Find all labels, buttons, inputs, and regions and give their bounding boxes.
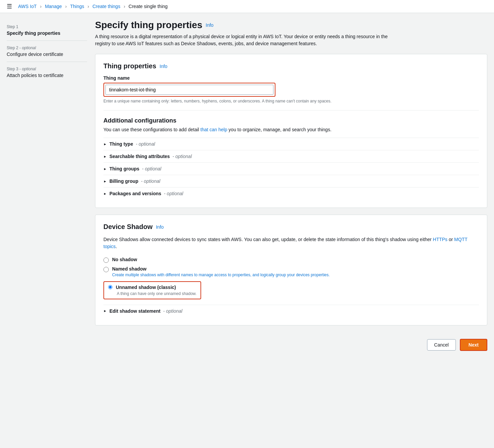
- radio-named-shadow-sub: Create multiple shadows with different n…: [112, 272, 330, 278]
- hamburger-menu[interactable]: ☰: [7, 3, 12, 10]
- sidebar-step-2: Step 2 - optional Configure device certi…: [7, 41, 87, 62]
- radio-unnamed-shadow-label[interactable]: Unnamed shadow (classic): [116, 285, 176, 290]
- step-3-label: Step 3 - optional: [7, 67, 87, 71]
- unnamed-shadow-row: Unnamed shadow (classic): [108, 285, 196, 290]
- breadcrumb-sep-4: ›: [124, 4, 125, 9]
- expand-packages-versions[interactable]: ► Packages and versions - optional: [103, 187, 479, 200]
- thing-properties-info-link[interactable]: Info: [160, 64, 167, 69]
- radio-unnamed-shadow-input[interactable]: [108, 285, 112, 289]
- expand-billing-group-arrow: ►: [103, 179, 107, 183]
- expand-searchable-attrs-optional: - optional: [172, 154, 192, 159]
- page-description: A thing resource is a digital representa…: [95, 33, 396, 47]
- sidebar-step-1: Step 1 Specify thing properties: [7, 20, 87, 41]
- radio-unnamed-shadow-container: Unnamed shadow (classic) A thing can hav…: [103, 281, 479, 299]
- page-title: Specify thing properties: [95, 20, 202, 30]
- expand-thing-type[interactable]: ► Thing type - optional: [103, 138, 479, 150]
- expand-billing-group-optional: - optional: [141, 178, 160, 184]
- sidebar-step-3: Step 3 - optional Attach policies to cer…: [7, 62, 87, 83]
- step-3-title: Attach policies to certificate: [7, 73, 87, 78]
- device-shadow-card-title: Device Shadow: [103, 223, 153, 231]
- sidebar: Step 1 Specify thing properties Step 2 -…: [7, 20, 87, 358]
- device-shadow-info-link[interactable]: Info: [156, 224, 164, 230]
- expand-thing-type-optional: - optional: [136, 141, 155, 147]
- radio-named-shadow: Named shadow Create multiple shadows wit…: [103, 266, 479, 278]
- expand-billing-group-label: Billing group: [109, 178, 138, 184]
- expand-thing-groups-arrow: ►: [103, 167, 107, 171]
- shadow-radio-group: No shadow Named shadow Create multiple s…: [103, 257, 479, 299]
- device-shadow-card: Device Shadow Info Device Shadows allow …: [95, 215, 487, 325]
- expand-edit-shadow-optional: - optional: [163, 308, 182, 314]
- radio-no-shadow: No shadow: [103, 257, 479, 263]
- thing-properties-card-title: Thing properties: [103, 62, 156, 70]
- radio-named-shadow-label[interactable]: Named shadow: [112, 266, 147, 272]
- device-shadow-description: Device Shadows allow connected devices t…: [103, 236, 479, 250]
- expand-searchable-attrs-label: Searchable thing attributes: [109, 154, 170, 159]
- breadcrumb-current: Create single thing: [129, 4, 168, 9]
- thing-name-input-wrapper: [105, 85, 273, 95]
- thing-properties-title-row: Thing properties Info: [103, 62, 479, 70]
- device-shadow-title-row: Device Shadow Info: [103, 223, 479, 231]
- https-link[interactable]: HTTPs: [433, 237, 447, 242]
- expand-billing-group[interactable]: ► Billing group - optional: [103, 175, 479, 187]
- top-navigation: ☰ AWS IoT › Manage › Things › Create thi…: [0, 0, 494, 13]
- radio-named-shadow-input[interactable]: [103, 267, 109, 272]
- radio-no-shadow-input[interactable]: [103, 257, 109, 263]
- unnamed-shadow-sub: A thing can have only one unnamed shadow…: [108, 291, 196, 296]
- main-content: Specify thing properties Info A thing re…: [95, 20, 487, 358]
- expand-thing-type-arrow: ►: [103, 142, 107, 146]
- breadcrumb-sep-3: ›: [87, 4, 89, 9]
- expand-edit-shadow[interactable]: ► Edit shadow statement - optional: [103, 305, 479, 317]
- step-1-title: Specify thing properties: [7, 30, 87, 36]
- thing-name-hint: Enter a unique name containing only: let…: [103, 99, 479, 103]
- unnamed-shadow-box: Unnamed shadow (classic) A thing can hav…: [103, 281, 201, 299]
- breadcrumb-manage[interactable]: Manage: [45, 4, 62, 9]
- expand-thing-groups-label: Thing groups: [109, 166, 139, 171]
- expand-thing-groups-optional: - optional: [142, 166, 161, 171]
- page-title-row: Specify thing properties Info: [95, 20, 487, 30]
- page-info-link[interactable]: Info: [206, 22, 214, 28]
- additional-configs-desc: You can use these configurations to add …: [103, 127, 479, 132]
- additional-configs-link[interactable]: that can help: [200, 127, 227, 132]
- expand-edit-shadow-arrow: ►: [103, 309, 107, 313]
- step-2-label: Step 2 - optional: [7, 46, 87, 50]
- step-1-label: Step 1: [7, 24, 87, 29]
- expand-searchable-attrs-arrow: ►: [103, 155, 107, 158]
- breadcrumb-sep-1: ›: [40, 4, 42, 9]
- expand-thing-type-label: Thing type: [109, 141, 133, 147]
- radio-no-shadow-label[interactable]: No shadow: [112, 257, 137, 262]
- footer-actions: Cancel Next: [95, 332, 487, 358]
- expand-thing-groups[interactable]: ► Thing groups - optional: [103, 162, 479, 175]
- thing-name-input[interactable]: [106, 85, 273, 94]
- additional-configs-title: Additional configurations: [103, 117, 479, 124]
- expand-packages-versions-label: Packages and versions: [109, 191, 161, 196]
- expand-searchable-attrs[interactable]: ► Searchable thing attributes - optional: [103, 150, 479, 162]
- expand-edit-shadow-label: Edit shadow statement: [109, 308, 160, 314]
- step-2-title: Configure device certificate: [7, 52, 87, 57]
- breadcrumb-things[interactable]: Things: [70, 4, 84, 9]
- section-divider: [103, 110, 479, 110]
- breadcrumb-sep-2: ›: [65, 4, 67, 9]
- cancel-button[interactable]: Cancel: [427, 339, 456, 351]
- breadcrumb-create-things[interactable]: Create things: [92, 4, 120, 9]
- next-button[interactable]: Next: [460, 339, 487, 351]
- expand-packages-versions-arrow: ►: [103, 192, 107, 196]
- expand-packages-versions-optional: - optional: [164, 191, 183, 196]
- thing-properties-card: Thing properties Info Thing name Enter a…: [95, 54, 487, 208]
- mqtt-link[interactable]: MQTT topics: [103, 237, 467, 249]
- thing-name-label: Thing name: [103, 75, 479, 81]
- breadcrumb-aws-iot[interactable]: AWS IoT: [18, 4, 37, 9]
- thing-name-field-container: [103, 83, 275, 97]
